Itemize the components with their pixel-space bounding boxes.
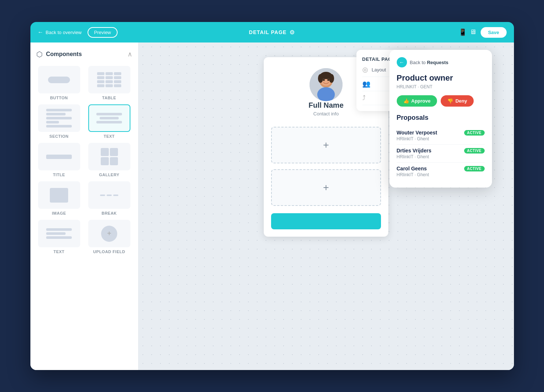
add-block-2[interactable]: +	[271, 169, 381, 206]
thumbs-down-icon: 👎	[447, 98, 453, 104]
active-badge-1: ACTIVE	[464, 148, 485, 154]
active-badge-2: ACTIVE	[464, 166, 485, 171]
job-subtitle: HRLINKIT · GENT	[397, 84, 485, 89]
layout-icon: ◎	[362, 66, 368, 74]
proposal-name-0: Wouter Verpoest	[397, 130, 437, 136]
proposal-name-2: Carol Geens	[397, 166, 427, 171]
add-icon-2: +	[323, 182, 329, 193]
svg-point-5	[318, 74, 323, 83]
users-icon: 👥	[362, 80, 370, 88]
back-overview-label: Back to overview	[46, 30, 82, 35]
component-button[interactable]: BUTTON	[36, 66, 82, 100]
component-text2[interactable]: TEXT	[36, 220, 82, 254]
component-break[interactable]: BREAK	[86, 181, 132, 215]
proposal-item-1[interactable]: Drties Vrijders ACTIVE HRlinkIT · Ghent	[397, 145, 485, 163]
action-bar	[271, 213, 381, 229]
sidebar-title: Components	[46, 51, 82, 58]
proposal-name-1: Drties Vrijders	[397, 148, 432, 154]
component-upload[interactable]: + UPLOAD FIELD	[86, 220, 132, 254]
svg-point-6	[329, 74, 334, 83]
back-overview-button[interactable]: ← Back to overview	[38, 29, 82, 36]
component-gallery[interactable]: GALLERY	[86, 143, 132, 177]
active-badge-0: ACTIVE	[464, 130, 485, 136]
components-icon: ⬡	[36, 50, 42, 59]
proposal-item-0[interactable]: Wouter Verpoest ACTIVE HRlinkIT · Ghent	[397, 127, 485, 145]
svg-point-8	[327, 79, 329, 81]
arrow-left-icon: ←	[38, 29, 44, 36]
proposal-item-2[interactable]: Carol Geens ACTIVE HRlinkIT · Ghent	[397, 163, 485, 180]
settings-icon[interactable]: ⚙	[289, 29, 295, 36]
profile-contact: Contact info	[313, 111, 338, 117]
desktop-icon[interactable]: 🖥	[470, 28, 476, 36]
thumbs-up-icon: 👍	[403, 98, 409, 104]
proposal-sub-2: HRlinkIT · Ghent	[397, 172, 485, 177]
add-block-1[interactable]: +	[271, 127, 381, 163]
proposals-title: Proposals	[397, 114, 485, 122]
topbar: ← Back to overview Preview DETAIL PAGE ⚙…	[30, 22, 514, 42]
detail-card: ← Back to Requests Product owner HRLINKI…	[389, 50, 492, 188]
proposals-section: Proposals Wouter Verpoest ACTIVE HRlinkI…	[397, 114, 485, 180]
components-sidebar: ⬡ Components ∧ BUTTON	[30, 42, 138, 370]
layout-label: Layout	[372, 67, 386, 73]
profile-name: Full Name	[308, 101, 344, 110]
component-text[interactable]: TEXT	[86, 104, 132, 138]
mobile-icon[interactable]: 📱	[459, 28, 467, 36]
back-circle-icon: ←	[397, 57, 407, 67]
device-icons: 📱 🖥	[459, 28, 476, 36]
avatar	[310, 68, 343, 101]
proposal-sub-1: HRlinkIT · Ghent	[397, 154, 485, 159]
component-table[interactable]: TABLE	[86, 66, 132, 100]
components-grid: BUTTON TABLE	[36, 66, 132, 254]
svg-point-7	[323, 79, 325, 81]
share-icon: ⤴	[362, 94, 366, 102]
component-title[interactable]: TITLE	[36, 143, 82, 177]
add-icon-1: +	[323, 139, 329, 151]
component-image[interactable]: IMAGE	[36, 181, 82, 215]
page-title: DETAIL PAGE	[249, 29, 287, 35]
collapse-icon[interactable]: ∧	[127, 50, 132, 58]
action-buttons: 👍 Approve 👎 Deny	[397, 95, 485, 107]
job-title: Product owner	[397, 73, 485, 83]
proposal-sub-0: HRlinkIT · Ghent	[397, 136, 485, 141]
save-button[interactable]: Save	[481, 27, 506, 38]
back-text: Back to Requests	[410, 60, 449, 65]
back-to-requests-button[interactable]: ← Back to Requests	[397, 57, 485, 67]
approve-button[interactable]: 👍 Approve	[397, 95, 437, 107]
preview-button[interactable]: Preview	[88, 27, 118, 38]
deny-button[interactable]: 👎 Deny	[441, 95, 474, 107]
canvas-area[interactable]: Full Name Contact info + + DETAIL PAGE	[138, 42, 514, 370]
component-section[interactable]: SECTION	[36, 104, 82, 138]
